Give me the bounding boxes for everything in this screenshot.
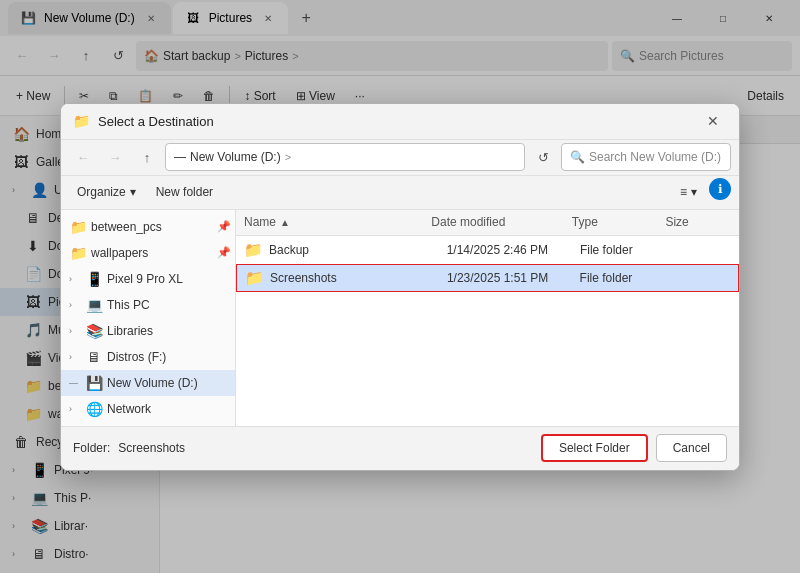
- folder-icon: 📁: [69, 219, 87, 235]
- folder-icon: 📁: [245, 269, 264, 287]
- dialog-view-arrow: ▾: [691, 185, 697, 199]
- dialog-path-sep: >: [285, 151, 291, 163]
- modal-overlay: 📁 Select a Destination ✕ ← → ↑ — New Vol…: [0, 0, 800, 573]
- dialog-view-button[interactable]: ≡ ▾: [672, 178, 705, 206]
- expand-arrow: ›: [69, 274, 81, 284]
- dialog-search-placeholder: Search New Volume (D:): [589, 150, 721, 164]
- dialog-forward-button[interactable]: →: [101, 143, 129, 171]
- dialog-search-icon: 🔍: [570, 150, 585, 164]
- sidebar-label: This PC: [107, 298, 150, 312]
- dialog-path-icon: —: [174, 150, 186, 164]
- file-date: 1/23/2025 1:51 PM: [447, 271, 580, 285]
- file-date: 1/14/2025 2:46 PM: [447, 243, 580, 257]
- dialog-close-button[interactable]: ✕: [699, 107, 727, 135]
- sidebar-label: New Volume (D:): [107, 376, 198, 390]
- dialog-file-row-backup[interactable]: 📁 Backup 1/14/2025 2:46 PM File folder: [236, 236, 739, 264]
- dialog-sidebar: 📁 between_pcs 📌 📁 wallpapers 📌 › 📱 Pixel…: [61, 210, 236, 426]
- organize-arrow: ▾: [130, 185, 136, 199]
- dialog-titlebar: 📁 Select a Destination ✕: [61, 104, 739, 140]
- dialog-nav-row: ← → ↑ — New Volume (D:) > ↺ 🔍 Search New…: [61, 140, 739, 176]
- dialog-sidebar-wallpapers[interactable]: 📁 wallpapers 📌: [61, 240, 235, 266]
- dialog-refresh-button[interactable]: ↺: [529, 143, 557, 171]
- col-size-header: Size: [665, 215, 731, 229]
- sidebar-label: wallpapers: [91, 246, 148, 260]
- organize-label: Organize: [77, 185, 126, 199]
- dialog-footer: Folder: Screenshots Select Folder Cancel: [61, 426, 739, 470]
- sidebar-label: Network: [107, 402, 151, 416]
- dialog-toolbar: Organize ▾ New folder ≡ ▾ ℹ: [61, 176, 739, 210]
- pin-icon: 📌: [217, 246, 231, 259]
- distros-icon: 🖥: [85, 349, 103, 365]
- dialog-sidebar-between-pcs[interactable]: 📁 between_pcs 📌: [61, 214, 235, 240]
- pin-icon: 📌: [217, 220, 231, 233]
- dialog-toolbar-right: ≡ ▾ ℹ: [672, 178, 731, 206]
- expand-arrow: ›: [69, 352, 81, 362]
- dialog-file-row-screenshots[interactable]: 📁 Screenshots 1/23/2025 1:51 PM File fol…: [236, 264, 739, 292]
- dialog-sidebar-newvolume[interactable]: — 💾 New Volume (D:): [61, 370, 235, 396]
- file-name: Screenshots: [270, 271, 447, 285]
- dialog-up-button[interactable]: ↑: [133, 143, 161, 171]
- dialog-view-icon: ≡: [680, 185, 687, 199]
- dialog-folder-icon: 📁: [73, 113, 90, 129]
- dialog-file-header: Name ▲ Date modified Type Size: [236, 210, 739, 236]
- thispc-icon: 💻: [85, 297, 103, 313]
- folder-label: Folder:: [73, 441, 110, 455]
- dialog-sidebar-distros[interactable]: › 🖥 Distros (F:): [61, 344, 235, 370]
- dialog-info-button[interactable]: ℹ: [709, 178, 731, 200]
- col-date-header: Date modified: [431, 215, 571, 229]
- network-icon: 🌐: [85, 401, 103, 417]
- sidebar-label: Libraries: [107, 324, 153, 338]
- expand-arrow: ›: [69, 300, 81, 310]
- dialog-search-box[interactable]: 🔍 Search New Volume (D:): [561, 143, 731, 171]
- expand-arrow: ›: [69, 326, 81, 336]
- sidebar-label: between_pcs: [91, 220, 162, 234]
- dialog-sidebar-network[interactable]: › 🌐 Network: [61, 396, 235, 422]
- dialog-back-button[interactable]: ←: [69, 143, 97, 171]
- folder-value: Screenshots: [118, 441, 533, 455]
- dialog-file-area: Name ▲ Date modified Type Size 📁 Backup …: [236, 210, 739, 426]
- drive-icon: 💾: [85, 375, 103, 391]
- file-name: Backup: [269, 243, 447, 257]
- dialog-title: Select a Destination: [98, 114, 691, 129]
- select-destination-dialog: 📁 Select a Destination ✕ ← → ↑ — New Vol…: [60, 103, 740, 471]
- col-name-header: Name ▲: [244, 215, 431, 229]
- file-type: File folder: [580, 271, 668, 285]
- dialog-body: 📁 between_pcs 📌 📁 wallpapers 📌 › 📱 Pixel…: [61, 210, 739, 426]
- expand-arrow: —: [69, 378, 81, 388]
- sidebar-label: Pixel 9 Pro XL: [107, 272, 183, 286]
- dialog-sidebar-thispc[interactable]: › 💻 This PC: [61, 292, 235, 318]
- cancel-button[interactable]: Cancel: [656, 434, 727, 462]
- folder-icon: 📁: [244, 241, 263, 259]
- new-folder-button[interactable]: New folder: [148, 178, 221, 206]
- folder-icon: 📁: [69, 245, 87, 261]
- footer-buttons: Select Folder Cancel: [541, 434, 727, 462]
- dialog-path: New Volume (D:): [190, 150, 281, 164]
- select-folder-button[interactable]: Select Folder: [541, 434, 648, 462]
- organize-button[interactable]: Organize ▾: [69, 178, 144, 206]
- dialog-info-icon: ℹ: [718, 182, 723, 196]
- expand-arrow: ›: [69, 404, 81, 414]
- dialog-address-box[interactable]: — New Volume (D:) >: [165, 143, 525, 171]
- dialog-sidebar-libraries[interactable]: › 📚 Libraries: [61, 318, 235, 344]
- new-folder-label: New folder: [156, 185, 213, 199]
- sidebar-label: Distros (F:): [107, 350, 166, 364]
- phone-icon: 📱: [85, 271, 103, 287]
- libraries-icon: 📚: [85, 323, 103, 339]
- dialog-sidebar-pixel[interactable]: › 📱 Pixel 9 Pro XL: [61, 266, 235, 292]
- file-type: File folder: [580, 243, 669, 257]
- col-type-header: Type: [572, 215, 666, 229]
